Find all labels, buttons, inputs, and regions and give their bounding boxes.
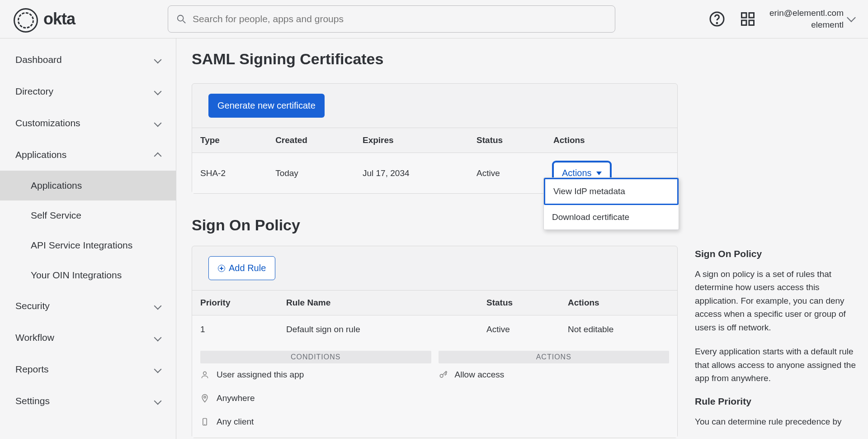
help-p1: A sign on policy is a set of rules that … (695, 267, 860, 334)
help-title: Sign On Policy (695, 248, 860, 259)
svg-point-8 (203, 372, 207, 375)
sign-on-policy-title: Sign On Policy (192, 216, 868, 234)
dropdown-download-certificate[interactable]: Download certificate (544, 205, 679, 229)
col-rule-name: Rule Name (278, 291, 478, 315)
action-allow-access: Allow access (439, 370, 670, 380)
cert-status: Active (468, 153, 545, 194)
chevron-down-icon (154, 334, 162, 342)
help-p3: You can determine rule precedence by (695, 415, 860, 428)
rule-name: Default sign on rule (278, 315, 478, 344)
key-icon (439, 370, 448, 379)
help-pane: Sign On Policy A sign on policy is a set… (695, 246, 860, 439)
user-menu[interactable]: erin@elementl.com elementl (769, 7, 854, 30)
chevron-down-icon (154, 366, 162, 373)
chevron-down-icon (154, 56, 162, 64)
user-email: erin@elementl.com (769, 7, 844, 19)
sidebar-item-applications[interactable]: Applications (0, 139, 176, 171)
certificates-panel: Generate new certificate Type Created Ex… (192, 83, 678, 194)
sidebar-item-settings[interactable]: Settings (0, 385, 176, 417)
svg-rect-6 (742, 20, 747, 25)
col-priority: Priority (192, 291, 278, 315)
chevron-down-icon (847, 13, 856, 22)
rule-priority: 1 (192, 315, 278, 344)
condition-anywhere: Anywhere (200, 393, 431, 403)
cert-created: Today (267, 153, 354, 194)
cert-expires: Jul 17, 2034 (354, 153, 468, 194)
rule-status: Active (478, 315, 560, 344)
sidebar-item-workflow[interactable]: Workflow (0, 322, 176, 353)
help-p2: Every application starts with a default … (695, 345, 860, 385)
svg-rect-5 (749, 13, 754, 18)
add-rule-label: Add Rule (229, 263, 266, 273)
sidebar-sub-api-service[interactable]: API Service Integrations (0, 230, 176, 260)
rule-actions: Not editable (560, 315, 677, 344)
actions-label: Actions (562, 168, 592, 178)
chevron-down-icon (154, 88, 162, 95)
chevron-down-icon (154, 397, 162, 405)
svg-point-12 (440, 374, 443, 377)
sidebar-sub-oin[interactable]: Your OIN Integrations (0, 260, 176, 290)
help-icon[interactable] (708, 10, 726, 28)
help-sub-title: Rule Priority (695, 396, 860, 407)
chevron-up-icon (154, 153, 162, 160)
triangle-down-icon (596, 172, 602, 175)
search-input[interactable] (193, 14, 607, 24)
col-type: Type (192, 128, 267, 153)
sub-header-actions: ACTIONS (439, 351, 670, 363)
svg-line-1 (183, 21, 186, 23)
logo-text: okta (43, 10, 75, 29)
sidebar-item-customizations[interactable]: Customizations (0, 107, 176, 139)
sub-header-conditions: CONDITIONS (200, 351, 431, 363)
svg-point-9 (204, 396, 206, 398)
cert-type: SHA-2 (192, 153, 267, 194)
chevron-down-icon (154, 119, 162, 127)
condition-any-client: Any client (200, 417, 431, 427)
col-created: Created (267, 128, 354, 153)
svg-rect-4 (742, 13, 747, 18)
certificate-row: SHA-2 Today Jul 17, 2034 Active Actions … (192, 153, 677, 194)
sidebar-sub-self-service[interactable]: Self Service (0, 200, 176, 230)
sidebar-item-dashboard[interactable]: Dashboard (0, 44, 176, 76)
col-expires: Expires (354, 128, 468, 153)
svg-rect-7 (749, 20, 754, 25)
global-search[interactable] (168, 5, 615, 33)
add-rule-button[interactable]: Add Rule (208, 256, 275, 280)
sidebar-item-security[interactable]: Security (0, 290, 176, 322)
col-rule-actions: Actions (560, 291, 677, 315)
col-actions: Actions (545, 128, 677, 153)
sidebar-sub-applications[interactable]: Applications (0, 171, 176, 200)
dropdown-view-idp-metadata[interactable]: View IdP metadata (544, 178, 679, 205)
policy-panel: Add Rule Priority Rule Name Status Actio… (192, 246, 678, 438)
logo[interactable]: okta (14, 8, 75, 30)
condition-user-assigned: User assigned this app (200, 370, 431, 380)
svg-point-0 (178, 15, 184, 21)
certificates-title: SAML Signing Certificates (192, 50, 868, 68)
svg-point-3 (717, 23, 717, 24)
apps-grid-icon[interactable] (739, 10, 757, 28)
policy-rule-row[interactable]: 1 Default sign on rule Active Not editab… (192, 315, 677, 344)
sidebar-item-directory[interactable]: Directory (0, 76, 176, 107)
location-pin-icon (200, 394, 209, 403)
actions-dropdown: View IdP metadata Download certificate (543, 177, 679, 230)
user-icon (200, 370, 209, 379)
col-status: Status (468, 128, 545, 153)
user-org: elementl (769, 19, 844, 31)
col-rule-status: Status (478, 291, 560, 315)
chevron-down-icon (154, 302, 162, 310)
device-icon (200, 417, 209, 426)
sidebar-item-reports[interactable]: Reports (0, 353, 176, 385)
okta-swirl-icon (14, 8, 35, 30)
sidebar: Dashboard Directory Customizations Appli… (0, 38, 176, 439)
plus-circle-icon (218, 265, 225, 272)
search-icon (176, 14, 186, 24)
generate-certificate-button[interactable]: Generate new certificate (208, 94, 325, 118)
